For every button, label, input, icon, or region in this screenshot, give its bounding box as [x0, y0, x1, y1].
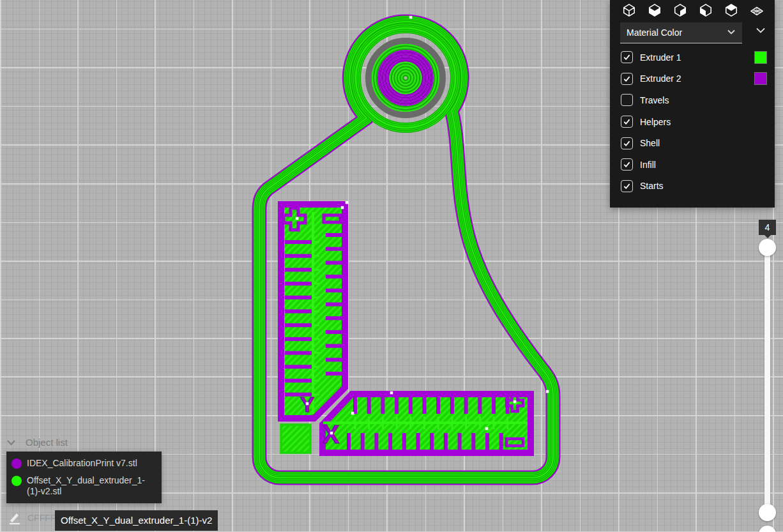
cura-preview-screen: { "camera_toolbar": { "views": ["3D view…	[0, 0, 783, 532]
view-3d-icon[interactable]	[621, 3, 637, 17]
object-name: IDEX_CalibrationPrint v7.stl	[27, 458, 137, 469]
visibility-row-extruder-2: Extruder 2	[610, 68, 775, 90]
swatch-extruder-2	[754, 72, 767, 85]
visibility-row-travels: Travels	[610, 89, 775, 111]
ruler-y-arm: Y	[281, 204, 345, 418]
checkbox-shell[interactable]	[621, 137, 633, 149]
hole-toolpaths	[356, 28, 455, 128]
view-right-icon[interactable]	[724, 3, 739, 17]
checkbox-extruder-2[interactable]	[621, 73, 633, 85]
visibility-rows: Extruder 1Extruder 2TravelsHelpersShellI…	[610, 47, 775, 197]
extruder-color-dot	[11, 476, 22, 486]
visibility-label-shell: Shell	[640, 138, 660, 148]
swatch-extruder-1	[754, 51, 767, 64]
layer-number-value: 4	[765, 222, 770, 232]
ruler-x-arm: X	[323, 394, 531, 453]
object-name-tooltip: Offset_X_Y_dual_extruder_1-(1)-v2	[55, 510, 218, 531]
chevron-down-icon	[6, 439, 16, 446]
color-scheme-value: Material Color	[627, 27, 682, 38]
view-left-icon[interactable]	[698, 3, 713, 17]
layer-slider-track[interactable]	[764, 247, 770, 515]
color-scheme-row: Material Color	[610, 19, 775, 47]
project-name-row: CFFFP_	[8, 511, 61, 525]
layer-slider-lower-handle[interactable]	[759, 504, 776, 521]
object-name: Offset_X_Y_dual_extruder_1-(1)-v2.stl	[27, 475, 156, 497]
layer-number-badge: 4	[759, 220, 776, 235]
tooltip-text: Offset_X_Y_dual_extruder_1-(1)-v2	[61, 515, 212, 526]
view-top-icon[interactable]	[673, 3, 688, 17]
object-list-title: Object list	[26, 437, 68, 448]
object-list-header[interactable]: Object list	[6, 437, 68, 448]
extruder-color-dot	[11, 459, 22, 469]
visibility-row-extruder-1: Extruder 1	[610, 47, 775, 68]
checkbox-helpers[interactable]	[621, 116, 633, 128]
layer-slider-upper-handle[interactable]	[759, 239, 776, 256]
checkbox-infill[interactable]	[621, 158, 633, 171]
rename-pencil-icon[interactable]	[8, 511, 22, 525]
visibility-row-shell: Shell	[610, 132, 775, 154]
panel-collapse-chevron-icon[interactable]	[756, 27, 766, 34]
checkbox-travels[interactable]	[621, 94, 633, 106]
visibility-label-travels: Travels	[640, 95, 669, 105]
object-list-item[interactable]: Offset_X_Y_dual_extruder_1-(1)-v2.stl	[6, 472, 162, 500]
object-list-panel: IDEX_CalibrationPrint v7.stl Offset_X_Y_…	[6, 452, 162, 503]
object-list-item[interactable]: IDEX_CalibrationPrint v7.stl	[6, 455, 162, 472]
view-layers-icon[interactable]	[749, 3, 764, 17]
visibility-row-infill: Infill	[610, 154, 775, 176]
chevron-down-icon	[727, 29, 736, 35]
camera-view-toolbar	[610, 0, 775, 19]
corner-patch	[281, 425, 310, 453]
visibility-label-extruder-2: Extruder 2	[640, 73, 681, 84]
color-scheme-dropdown[interactable]: Material Color	[620, 22, 742, 43]
checkbox-starts[interactable]	[621, 180, 633, 192]
view-front-icon[interactable]	[647, 3, 662, 17]
preview-visibility-panel: Material Color Extruder 1Extruder 2Trave…	[610, 0, 775, 208]
checkbox-extruder-1[interactable]	[621, 51, 633, 63]
visibility-label-helpers: Helpers	[640, 117, 671, 127]
visibility-label-extruder-1: Extruder 1	[640, 52, 681, 63]
visibility-row-helpers: Helpers	[610, 111, 775, 133]
visibility-label-infill: Infill	[640, 160, 656, 170]
visibility-row-starts: Starts	[610, 176, 775, 197]
visibility-label-starts: Starts	[640, 181, 664, 191]
